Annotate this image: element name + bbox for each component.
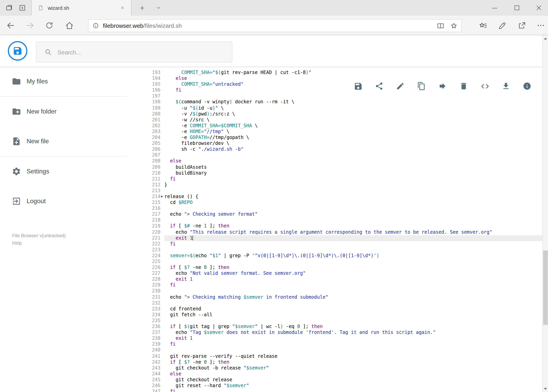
hub-favorites-icon[interactable]: [477, 19, 489, 32]
code-line[interactable]: 224 semver=$(echo "$1" | grep -P '^v(0|[…: [141, 253, 542, 259]
code-line[interactable]: 216: [141, 205, 542, 211]
move-button[interactable]: [438, 81, 447, 91]
maximize-button[interactable]: [508, 0, 526, 16]
page-scrollbar[interactable]: [542, 35, 548, 392]
code-line[interactable]: 211 fi: [141, 176, 542, 182]
address-bar[interactable]: filebrowser.web/files/wizard.sh: [88, 19, 462, 32]
code-line[interactable]: 202 -e COMMIT_SHA=$COMMIT_SHA \: [141, 123, 542, 129]
close-button[interactable]: [530, 0, 548, 16]
code-line[interactable]: 206 sh -c "./wizard.sh -b": [141, 146, 542, 152]
code-line[interactable]: 212}: [141, 182, 542, 188]
code-line[interactable]: 221 exit 1: [141, 235, 542, 241]
code-line[interactable]: 219 if [ $# -ne 1 ]; then: [141, 223, 542, 229]
help-link[interactable]: Help: [12, 239, 66, 247]
code-line[interactable]: 237 echo "Tag $semver does not exist in …: [141, 329, 542, 336]
forward-button[interactable]: [24, 19, 36, 32]
more-options-icon[interactable]: [534, 19, 547, 32]
code-line[interactable]: 213: [141, 188, 542, 194]
code-line[interactable]: 198 $(command -v winpty) docker run --rm…: [141, 99, 542, 105]
code-line[interactable]: 207: [141, 153, 542, 158]
share-file-button[interactable]: [375, 81, 384, 91]
code-line[interactable]: 238 exit 1: [141, 336, 542, 341]
code-text: -v /$(pwd):/src:z \: [164, 111, 542, 117]
copy-button[interactable]: [417, 81, 426, 91]
code-line[interactable]: 240: [141, 347, 542, 353]
code-line[interactable]: 245 git checkout release: [141, 377, 542, 383]
code-line[interactable]: 228 exit 1: [141, 277, 542, 282]
scroll-up-arrow-icon[interactable]: [544, 38, 547, 40]
code-line[interactable]: 234 git fetch --all: [141, 312, 542, 318]
code-line[interactable]: 222 fi: [141, 241, 542, 247]
tab-list-chevron-icon[interactable]: [153, 3, 164, 13]
sidebar-item-settings[interactable]: Settings: [0, 157, 127, 186]
scroll-down-arrow-icon[interactable]: [544, 388, 547, 390]
view-source-button[interactable]: [480, 81, 490, 91]
tab-close-icon[interactable]: [118, 4, 126, 12]
code-line[interactable]: 242 if [ $? -ne 0 ]; then: [141, 359, 542, 365]
code-line[interactable]: 220 echo "This release script requires a…: [141, 229, 542, 235]
code-line[interactable]: 205 filebrowser/dev \: [141, 140, 542, 146]
code-line[interactable]: 239 fi: [141, 342, 542, 347]
search-bar[interactable]: [36, 42, 232, 63]
code-line[interactable]: 226 if [ $? -ne 0 ]; then: [141, 265, 542, 271]
browser-tab[interactable]: wizard.sh: [31, 0, 132, 16]
filebrowser-logo[interactable]: [8, 41, 28, 61]
code-line[interactable]: 232: [141, 300, 542, 306]
code-line[interactable]: 223: [141, 247, 542, 253]
code-line[interactable]: 203 -e HOME="//tmp" \: [141, 129, 542, 135]
rename-button[interactable]: [395, 81, 405, 91]
new-tab-button[interactable]: [137, 3, 147, 13]
code-line[interactable]: 200 -v /$(pwd):/src:z \: [141, 111, 542, 117]
code-line[interactable]: 218: [141, 217, 542, 223]
fold-marker-icon[interactable]: ▼: [161, 194, 163, 200]
code-line[interactable]: 201 -w //src \: [141, 117, 542, 123]
set-tabs-aside-icon[interactable]: [4, 3, 14, 13]
minimize-button[interactable]: [486, 0, 504, 16]
delete-button[interactable]: [459, 81, 468, 91]
code-line[interactable]: 197: [141, 93, 542, 99]
refresh-button[interactable]: [43, 19, 55, 32]
share-icon[interactable]: [516, 19, 528, 32]
tab-preview-icon[interactable]: [17, 3, 28, 13]
download-button[interactable]: [501, 81, 511, 91]
code-line[interactable]: 243 git checkout -b release "$semver": [141, 365, 542, 371]
site-info-icon[interactable]: [92, 22, 99, 29]
code-text: -w //src \: [164, 117, 542, 123]
code-line[interactable]: 233 cd frontend: [141, 306, 542, 312]
code-line[interactable]: 236 if [ $(git tag | grep "$semver" | wc…: [141, 324, 542, 329]
code-line[interactable]: 193 COMMIT_SHA="$(git rev-parse HEAD | c…: [141, 70, 542, 76]
home-button[interactable]: [63, 19, 76, 32]
code-line[interactable]: 244 else: [141, 371, 542, 377]
code-line[interactable]: 235: [141, 318, 542, 324]
code-line[interactable]: 208 else: [141, 158, 542, 164]
code-line[interactable]: 215 cd $REPO: [141, 200, 542, 205]
search-input[interactable]: [57, 49, 222, 55]
code-line[interactable]: 214▼release () {: [141, 194, 542, 200]
reading-view-icon[interactable]: [436, 21, 445, 30]
code-line[interactable]: 225: [141, 259, 542, 265]
code-line[interactable]: 230: [141, 288, 542, 294]
info-button[interactable]: [522, 81, 532, 91]
code-line[interactable]: 194 else: [141, 76, 542, 81]
web-note-pen-icon[interactable]: [496, 19, 509, 32]
sidebar-item-my-files[interactable]: My files: [0, 67, 127, 96]
code-line[interactable]: 247 fi: [141, 389, 542, 392]
sidebar-item-new-folder[interactable]: New folder: [0, 97, 127, 126]
code-line[interactable]: 199 -u "$(id -u)" \: [141, 105, 542, 111]
code-line[interactable]: 209 buildAssets: [141, 164, 542, 170]
code-line[interactable]: 210 buildBinary: [141, 170, 542, 176]
sidebar-item-logout[interactable]: Logout: [0, 186, 127, 216]
code-line[interactable]: 227 echo "Not valid semver format. See s…: [141, 271, 542, 276]
sidebar-item-new-file[interactable]: New file: [0, 126, 127, 156]
code-line[interactable]: 246 git reset --hard "$semver": [141, 383, 542, 389]
add-favorite-star-icon[interactable]: [450, 21, 458, 30]
code-line[interactable]: 241 git rev-parse --verify --quiet relea…: [141, 353, 542, 359]
save-button[interactable]: [353, 81, 363, 91]
code-line[interactable]: 217 echo "> Checking semver format": [141, 211, 542, 217]
code-editor[interactable]: 193 COMMIT_SHA="$(git rev-parse HEAD | c…: [141, 67, 542, 392]
code-line[interactable]: 204 -e GOPATH=//tmp/gopath \: [141, 135, 542, 140]
code-line[interactable]: 229 fi: [141, 282, 542, 288]
scrollbar-thumb[interactable]: [543, 251, 548, 325]
code-line[interactable]: 231 echo "> Checking matching $semver in…: [141, 294, 542, 300]
back-button[interactable]: [4, 19, 17, 32]
